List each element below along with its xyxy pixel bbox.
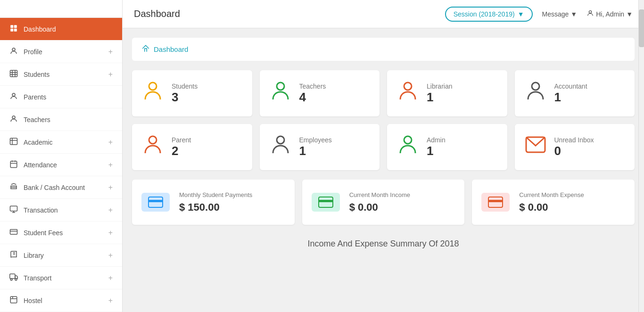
sidebar-item-dashboard[interactable]: Dashboard [0, 18, 122, 41]
plus-icon: + [108, 138, 113, 147]
employees-label: Employees [299, 136, 332, 144]
plus-icon: + [108, 274, 113, 282]
sidebar-item-label: Attendance [24, 161, 57, 169]
chevron-down-icon: ▼ [570, 10, 577, 18]
librarian-value: 1 [427, 90, 452, 105]
home-icon [141, 44, 150, 54]
sidebar-logo [0, 0, 122, 18]
students-value: 3 [172, 90, 198, 105]
topbar: Dashboard Session (2018-2019) ▼ Message … [123, 0, 644, 28]
svg-point-38 [149, 136, 157, 144]
librarian-stat-icon [396, 80, 419, 107]
admin-stat-icon [396, 133, 419, 161]
sidebar-item-hostel[interactable]: Hostel + [0, 289, 122, 312]
teachers-stat-icon [269, 80, 292, 107]
teachers-label: Teachers [299, 82, 326, 90]
students-label: Students [172, 82, 198, 90]
stat-card-admin: Admin 1 [387, 124, 507, 170]
payment-card-income: Current Month Income $ 0.00 [302, 180, 465, 225]
topbar-right: Session (2018-2019) ▼ Message ▼ Hi, Admi… [445, 7, 633, 22]
user-link[interactable]: Hi, Admin ▼ [586, 9, 633, 18]
scrollbar-track[interactable] [638, 0, 644, 312]
svg-point-36 [404, 82, 412, 90]
svg-point-29 [15, 279, 17, 280]
expense-label: Current Month Expense [519, 191, 584, 199]
library-icon [9, 250, 18, 260]
sidebar-item-students[interactable]: Students + [0, 63, 122, 86]
librarian-stat-info: Librarian 1 [427, 82, 452, 105]
sidebar-item-profile[interactable]: Profile + [0, 41, 122, 63]
svg-point-34 [149, 82, 157, 90]
svg-point-37 [532, 82, 539, 90]
svg-point-28 [10, 279, 12, 280]
svg-rect-45 [319, 200, 333, 202]
session-button[interactable]: Session (2018-2019) ▼ [445, 7, 533, 22]
sidebar-item-label: Student Fees [24, 229, 63, 237]
svg-rect-3 [14, 29, 17, 32]
svg-rect-26 [10, 274, 15, 279]
inbox-stat-info: Unread Inbox 0 [554, 136, 594, 158]
plus-icon: + [108, 296, 113, 305]
sidebar-item-library[interactable]: Library + [0, 244, 122, 267]
svg-rect-22 [10, 230, 17, 235]
monthly-payment-info: Monthly Student Payments $ 150.00 [179, 191, 252, 213]
page-title: Dashboard [134, 8, 180, 19]
content-area: Dashboard Students 3 Teachers [123, 28, 644, 263]
admin-value: 1 [427, 144, 446, 158]
sidebar-item-label: Bank / Cash Account [24, 184, 85, 191]
expense-info: Current Month Expense $ 0.00 [519, 191, 584, 213]
stat-card-accountant: Accountant 1 [515, 70, 635, 116]
sidebar-item-teachers[interactable]: Teachers [0, 108, 122, 131]
chevron-down-icon: ▼ [518, 10, 524, 18]
stats-grid: Students 3 Teachers 4 [132, 70, 635, 170]
svg-rect-43 [149, 200, 163, 202]
sidebar-item-parents[interactable]: Parents [0, 86, 122, 108]
employees-stat-icon [269, 133, 292, 161]
sidebar-item-label: Library [24, 252, 44, 259]
students-icon [9, 69, 18, 79]
svg-point-10 [12, 93, 15, 96]
svg-point-35 [277, 82, 284, 90]
sidebar-item-bank-cash[interactable]: Bank / Cash Account + [0, 176, 122, 199]
monthly-payment-value: $ 150.00 [179, 201, 252, 213]
parent-value: 2 [172, 144, 191, 158]
admin-label: Admin [427, 136, 446, 144]
accountant-value: 1 [554, 90, 587, 105]
employees-value: 1 [299, 144, 332, 158]
students-stat-info: Students 3 [172, 82, 198, 105]
expense-icon [481, 193, 510, 212]
plus-icon: + [108, 161, 113, 169]
sidebar-item-attendance[interactable]: Attendance + [0, 154, 122, 176]
admin-stat-info: Admin 1 [427, 136, 446, 158]
monthly-payment-icon [141, 193, 170, 212]
scrollbar-thumb[interactable] [639, 9, 644, 47]
svg-point-33 [589, 11, 592, 13]
svg-rect-15 [10, 161, 17, 168]
attendance-icon [9, 160, 18, 170]
academic-icon [9, 137, 18, 147]
sidebar-item-student-fees[interactable]: Student Fees + [0, 222, 122, 244]
svg-point-39 [277, 136, 284, 144]
sidebar-item-label: Students [24, 71, 50, 78]
income-value: $ 0.00 [349, 201, 410, 213]
sidebar-item-transport[interactable]: Transport + [0, 267, 122, 289]
sidebar-item-academic[interactable]: Academic + [0, 131, 122, 154]
parent-stat-info: Parent 2 [172, 136, 191, 158]
stat-card-librarian: Librarian 1 [387, 70, 507, 116]
main-content: Dashboard Session (2018-2019) ▼ Message … [123, 0, 644, 312]
sidebar: Dashboard Profile + Students + Parents [0, 0, 123, 312]
plus-icon: + [108, 48, 113, 56]
sidebar-item-label: Teachers [24, 116, 50, 123]
svg-point-11 [12, 116, 15, 119]
sidebar-item-label: Profile [24, 48, 42, 56]
message-link[interactable]: Message ▼ [542, 10, 578, 18]
bank-icon [9, 182, 18, 192]
accountant-stat-icon [524, 80, 547, 107]
svg-rect-47 [488, 200, 503, 202]
stat-card-unread-inbox: Unread Inbox 0 [515, 124, 635, 170]
transport-icon [9, 273, 18, 283]
monthly-payment-label: Monthly Student Payments [179, 191, 252, 199]
sidebar-item-transaction[interactable]: Transaction + [0, 199, 122, 222]
plus-icon: + [108, 229, 113, 237]
fees-icon [9, 228, 18, 238]
